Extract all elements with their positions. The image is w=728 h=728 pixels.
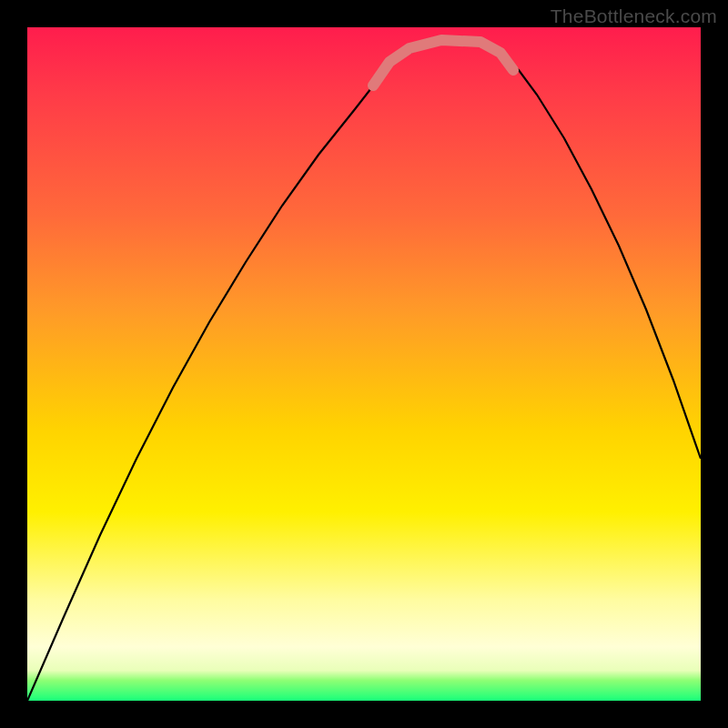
curve-layer bbox=[27, 27, 701, 701]
main-black-curve bbox=[27, 41, 701, 701]
chart-frame: TheBottleneck.com bbox=[0, 0, 728, 728]
plot-area bbox=[27, 27, 701, 701]
watermark-text: TheBottleneck.com bbox=[551, 5, 717, 27]
pink-highlight-segment bbox=[373, 40, 513, 86]
